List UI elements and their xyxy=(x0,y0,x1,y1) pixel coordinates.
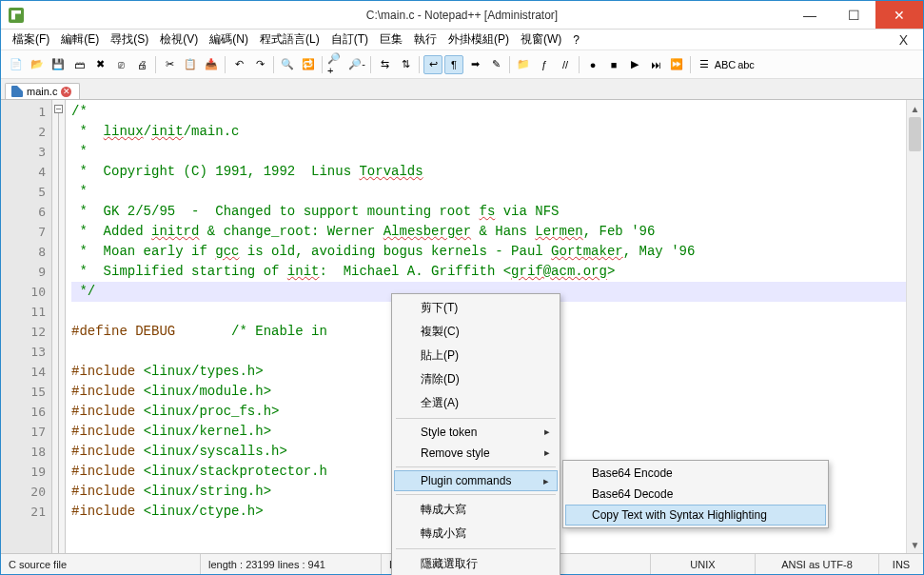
menu-11[interactable]: ? xyxy=(567,31,585,49)
toolbar-paste-icon[interactable]: 📥 xyxy=(202,55,221,74)
toolbar-spell1-icon[interactable]: ABC xyxy=(716,55,735,74)
line-number: 16 xyxy=(1,402,46,422)
ctx-item[interactable]: 全選(A) xyxy=(394,391,558,415)
toolbar-print-icon[interactable]: 🖨 xyxy=(132,55,151,74)
line-number: 6 xyxy=(1,202,46,222)
ctx-item[interactable]: 隱藏選取行 xyxy=(394,552,558,575)
menu-8[interactable]: 執行 xyxy=(408,30,442,50)
ctx-item[interactable]: Plugin commands xyxy=(394,470,558,491)
ctx-item[interactable]: 貼上(P) xyxy=(394,344,558,367)
toolbar-zoomin-icon[interactable]: 🔎+ xyxy=(326,55,345,74)
ctx-item[interactable]: 轉成小寫 xyxy=(394,522,558,545)
title-bar: C:\main.c - Notepad++ [Administrator] — … xyxy=(1,1,923,30)
menu-10[interactable]: 視窗(W) xyxy=(515,30,567,50)
ctx-sub-item[interactable]: Base64 Encode xyxy=(565,463,826,484)
code-line[interactable]: * xyxy=(71,182,906,202)
ctx-item[interactable]: 剪下(T) xyxy=(394,296,558,320)
line-number: 9 xyxy=(1,262,46,282)
toolbar-find-icon[interactable]: 🔍 xyxy=(278,55,297,74)
close-window-button[interactable]: ✕ xyxy=(875,1,923,29)
line-number: 1 xyxy=(1,102,46,122)
tab-close-icon[interactable]: ✕ xyxy=(61,87,71,97)
line-number: 11 xyxy=(1,302,46,322)
toolbar-cut-icon[interactable]: ✂ xyxy=(160,55,179,74)
menu-3[interactable]: 檢視(V) xyxy=(154,30,204,50)
toolbar-indent-icon[interactable]: ➡ xyxy=(465,55,484,74)
toolbar-copy-icon[interactable]: 📋 xyxy=(181,55,200,74)
toolbar-sync-icon[interactable]: ⇆ xyxy=(375,55,394,74)
menu-1[interactable]: 編輯(E) xyxy=(55,30,105,50)
line-number: 15 xyxy=(1,382,46,402)
menu-7[interactable]: 巨集 xyxy=(374,30,408,50)
toolbar-new-icon[interactable]: 📄 xyxy=(7,55,26,74)
toolbar-folder-icon[interactable]: 📁 xyxy=(514,55,533,74)
menu-4[interactable]: 編碼(N) xyxy=(204,30,254,50)
toolbar-replace-icon[interactable]: 🔁 xyxy=(299,55,318,74)
ctx-item[interactable]: 清除(D) xyxy=(394,367,558,391)
maximize-button[interactable]: ☐ xyxy=(832,1,875,29)
menu-5[interactable]: 程式語言(L) xyxy=(254,30,325,50)
code-line[interactable]: * Added initrd & change_root: Werner Alm… xyxy=(71,222,906,242)
menu-0[interactable]: 檔案(F) xyxy=(7,30,55,50)
menu-9[interactable]: 外掛模組(P) xyxy=(442,30,515,50)
status-eol: UNIX xyxy=(651,554,756,574)
toolbar-allchars-icon[interactable]: ¶ xyxy=(444,55,463,74)
line-number: 10 xyxy=(1,282,46,302)
toolbar-cmt-icon[interactable]: // xyxy=(556,55,575,74)
scroll-down-icon[interactable]: ▼ xyxy=(907,536,923,553)
line-number: 2 xyxy=(1,122,46,142)
fold-toggle-icon[interactable] xyxy=(54,105,63,113)
code-line[interactable]: * xyxy=(71,142,906,162)
fold-guide xyxy=(58,113,59,553)
toolbar-toggle-icon[interactable]: ☰ xyxy=(695,55,714,74)
scroll-thumb[interactable] xyxy=(909,117,921,151)
scroll-up-icon[interactable]: ▲ xyxy=(907,100,923,117)
line-number: 5 xyxy=(1,182,46,202)
ctx-item[interactable]: 複製(C) xyxy=(394,320,558,344)
fold-margin[interactable] xyxy=(52,100,66,553)
ctx-sub-item[interactable]: Base64 Decode xyxy=(565,484,826,505)
toolbar-undo-icon[interactable]: ↶ xyxy=(229,55,248,74)
tab-main-c[interactable]: main.c ✕ xyxy=(5,83,80,99)
menu-6[interactable]: 自訂(T) xyxy=(325,30,374,50)
plugin-commands-submenu[interactable]: Base64 EncodeBase64 DecodeCopy Text with… xyxy=(562,460,829,528)
ctx-item[interactable]: 轉成大寫 xyxy=(394,498,558,522)
toolbar-redo-icon[interactable]: ↷ xyxy=(250,55,269,74)
toolbar-fwd-icon[interactable]: ⏩ xyxy=(667,55,686,74)
toolbar-fn-icon[interactable]: ƒ xyxy=(535,55,554,74)
toolbar-wrap-icon[interactable]: ↩ xyxy=(423,55,442,74)
toolbar-sync2-icon[interactable]: ⇅ xyxy=(396,55,415,74)
toolbar-open-icon[interactable]: 📂 xyxy=(28,55,47,74)
code-line[interactable]: * linux/init/main.c xyxy=(71,122,906,142)
code-line[interactable]: * Copyright (C) 1991, 1992 Linus Torvald… xyxy=(71,162,906,182)
toolbar-close-icon[interactable]: ✖ xyxy=(90,55,109,74)
menu-2[interactable]: 尋找(S) xyxy=(105,30,154,50)
menu-close-doc[interactable]: X xyxy=(890,32,917,48)
line-number: 14 xyxy=(1,362,46,382)
minimize-button[interactable]: — xyxy=(788,1,832,29)
toolbar-playn-icon[interactable]: ⏭ xyxy=(646,55,665,74)
toolbar-zoomout-icon[interactable]: 🔎- xyxy=(347,55,366,74)
toolbar-saveall-icon[interactable]: 🗃 xyxy=(69,55,88,74)
context-menu[interactable]: 剪下(T)複製(C)貼上(P)清除(D)全選(A)Style tokenRemo… xyxy=(391,293,560,575)
code-line[interactable]: * Moan early if gcc is old, avoiding bog… xyxy=(71,242,906,262)
ctx-item[interactable]: Remove style xyxy=(394,443,558,464)
toolbar-play-icon[interactable]: ▶ xyxy=(625,55,644,74)
toolbar-save-icon[interactable]: 💾 xyxy=(49,55,68,74)
ctx-sub-item[interactable]: Copy Text with Syntax Highlighting xyxy=(565,505,826,525)
toolbar-closeall-icon[interactable]: ⎚ xyxy=(111,55,130,74)
code-line[interactable]: * Simplified starting of init: Michael A… xyxy=(71,262,906,282)
ctx-item[interactable]: Style token xyxy=(394,422,558,443)
toolbar-rec-icon[interactable]: ● xyxy=(583,55,602,74)
code-line[interactable]: * GK 2/5/95 - Changed to support mountin… xyxy=(71,202,906,222)
vertical-scrollbar[interactable]: ▲ ▼ xyxy=(906,100,923,553)
toolbar-stop-icon[interactable]: ■ xyxy=(604,55,623,74)
window-title: C:\main.c - Notepad++ [Administrator] xyxy=(1,9,923,22)
line-number: 4 xyxy=(1,162,46,182)
toolbar-spell2-icon[interactable]: abc xyxy=(737,55,756,74)
status-encoding: ANSI as UTF-8 xyxy=(756,554,879,574)
line-number: 3 xyxy=(1,142,46,162)
code-line[interactable]: /* xyxy=(71,102,906,122)
toolbar-lang-icon[interactable]: ✎ xyxy=(486,55,505,74)
status-length: length : 23199 lines : 941 xyxy=(201,554,382,574)
